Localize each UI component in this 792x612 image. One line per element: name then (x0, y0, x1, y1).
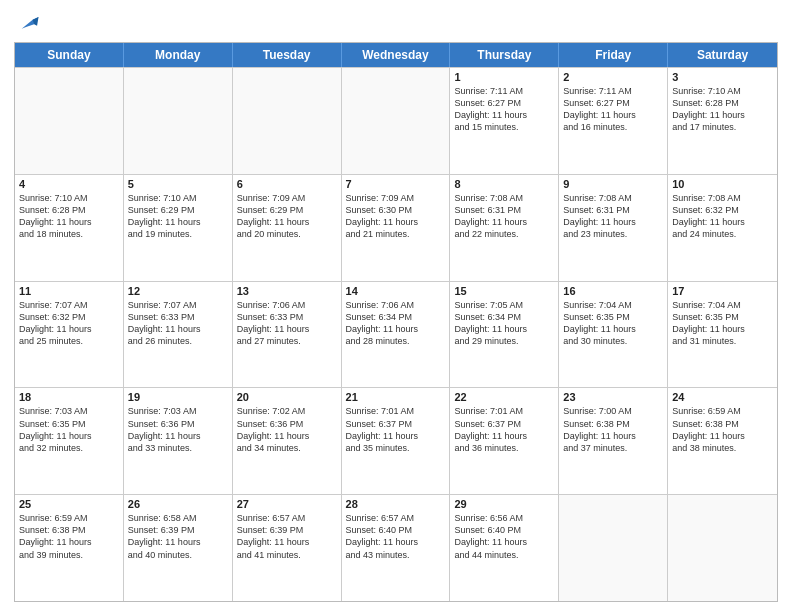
day-header-thursday: Thursday (450, 43, 559, 67)
day-number: 17 (672, 285, 773, 297)
day-number: 9 (563, 178, 663, 190)
day-info: Sunrise: 6:56 AM Sunset: 6:40 PM Dayligh… (454, 512, 554, 561)
day-info: Sunrise: 7:11 AM Sunset: 6:27 PM Dayligh… (454, 85, 554, 134)
calendar-body: 1Sunrise: 7:11 AM Sunset: 6:27 PM Daylig… (15, 67, 777, 601)
calendar-cell: 13Sunrise: 7:06 AM Sunset: 6:33 PM Dayli… (233, 282, 342, 388)
page: SundayMondayTuesdayWednesdayThursdayFrid… (0, 0, 792, 612)
calendar-cell: 19Sunrise: 7:03 AM Sunset: 6:36 PM Dayli… (124, 388, 233, 494)
day-number: 5 (128, 178, 228, 190)
day-info: Sunrise: 7:06 AM Sunset: 6:34 PM Dayligh… (346, 299, 446, 348)
day-number: 16 (563, 285, 663, 297)
calendar-cell: 28Sunrise: 6:57 AM Sunset: 6:40 PM Dayli… (342, 495, 451, 601)
day-info: Sunrise: 7:08 AM Sunset: 6:31 PM Dayligh… (454, 192, 554, 241)
day-info: Sunrise: 6:59 AM Sunset: 6:38 PM Dayligh… (19, 512, 119, 561)
day-header-monday: Monday (124, 43, 233, 67)
day-info: Sunrise: 7:10 AM Sunset: 6:29 PM Dayligh… (128, 192, 228, 241)
day-number: 11 (19, 285, 119, 297)
calendar-cell: 6Sunrise: 7:09 AM Sunset: 6:29 PM Daylig… (233, 175, 342, 281)
calendar-cell: 3Sunrise: 7:10 AM Sunset: 6:28 PM Daylig… (668, 68, 777, 174)
day-header-saturday: Saturday (668, 43, 777, 67)
day-number: 13 (237, 285, 337, 297)
day-info: Sunrise: 7:08 AM Sunset: 6:31 PM Dayligh… (563, 192, 663, 241)
day-info: Sunrise: 6:58 AM Sunset: 6:39 PM Dayligh… (128, 512, 228, 561)
day-number: 14 (346, 285, 446, 297)
day-number: 21 (346, 391, 446, 403)
day-number: 27 (237, 498, 337, 510)
calendar-week-1: 1Sunrise: 7:11 AM Sunset: 6:27 PM Daylig… (15, 67, 777, 174)
calendar-cell: 7Sunrise: 7:09 AM Sunset: 6:30 PM Daylig… (342, 175, 451, 281)
calendar-cell: 11Sunrise: 7:07 AM Sunset: 6:32 PM Dayli… (15, 282, 124, 388)
calendar-cell: 22Sunrise: 7:01 AM Sunset: 6:37 PM Dayli… (450, 388, 559, 494)
day-info: Sunrise: 7:09 AM Sunset: 6:30 PM Dayligh… (346, 192, 446, 241)
calendar-cell: 12Sunrise: 7:07 AM Sunset: 6:33 PM Dayli… (124, 282, 233, 388)
day-number: 15 (454, 285, 554, 297)
day-info: Sunrise: 7:10 AM Sunset: 6:28 PM Dayligh… (672, 85, 773, 134)
calendar-cell (124, 68, 233, 174)
day-number: 12 (128, 285, 228, 297)
calendar-cell: 5Sunrise: 7:10 AM Sunset: 6:29 PM Daylig… (124, 175, 233, 281)
calendar-cell (559, 495, 668, 601)
calendar-cell: 14Sunrise: 7:06 AM Sunset: 6:34 PM Dayli… (342, 282, 451, 388)
day-number: 8 (454, 178, 554, 190)
calendar-cell (15, 68, 124, 174)
day-info: Sunrise: 7:00 AM Sunset: 6:38 PM Dayligh… (563, 405, 663, 454)
calendar-cell: 16Sunrise: 7:04 AM Sunset: 6:35 PM Dayli… (559, 282, 668, 388)
day-header-tuesday: Tuesday (233, 43, 342, 67)
day-number: 28 (346, 498, 446, 510)
day-number: 22 (454, 391, 554, 403)
day-info: Sunrise: 7:01 AM Sunset: 6:37 PM Dayligh… (346, 405, 446, 454)
day-info: Sunrise: 7:04 AM Sunset: 6:35 PM Dayligh… (563, 299, 663, 348)
day-header-wednesday: Wednesday (342, 43, 451, 67)
calendar-cell: 29Sunrise: 6:56 AM Sunset: 6:40 PM Dayli… (450, 495, 559, 601)
day-number: 7 (346, 178, 446, 190)
day-info: Sunrise: 7:01 AM Sunset: 6:37 PM Dayligh… (454, 405, 554, 454)
day-number: 25 (19, 498, 119, 510)
day-header-friday: Friday (559, 43, 668, 67)
calendar-week-3: 11Sunrise: 7:07 AM Sunset: 6:32 PM Dayli… (15, 281, 777, 388)
calendar-week-5: 25Sunrise: 6:59 AM Sunset: 6:38 PM Dayli… (15, 494, 777, 601)
calendar-cell: 4Sunrise: 7:10 AM Sunset: 6:28 PM Daylig… (15, 175, 124, 281)
day-info: Sunrise: 6:57 AM Sunset: 6:40 PM Dayligh… (346, 512, 446, 561)
day-number: 20 (237, 391, 337, 403)
day-number: 4 (19, 178, 119, 190)
day-info: Sunrise: 7:08 AM Sunset: 6:32 PM Dayligh… (672, 192, 773, 241)
day-header-sunday: Sunday (15, 43, 124, 67)
calendar-week-4: 18Sunrise: 7:03 AM Sunset: 6:35 PM Dayli… (15, 387, 777, 494)
day-number: 18 (19, 391, 119, 403)
calendar-cell: 24Sunrise: 6:59 AM Sunset: 6:38 PM Dayli… (668, 388, 777, 494)
calendar-cell: 8Sunrise: 7:08 AM Sunset: 6:31 PM Daylig… (450, 175, 559, 281)
calendar-cell (233, 68, 342, 174)
day-number: 23 (563, 391, 663, 403)
calendar-cell: 21Sunrise: 7:01 AM Sunset: 6:37 PM Dayli… (342, 388, 451, 494)
calendar-cell: 17Sunrise: 7:04 AM Sunset: 6:35 PM Dayli… (668, 282, 777, 388)
header (14, 10, 778, 36)
calendar-week-2: 4Sunrise: 7:10 AM Sunset: 6:28 PM Daylig… (15, 174, 777, 281)
day-info: Sunrise: 7:03 AM Sunset: 6:36 PM Dayligh… (128, 405, 228, 454)
day-number: 3 (672, 71, 773, 83)
day-info: Sunrise: 7:11 AM Sunset: 6:27 PM Dayligh… (563, 85, 663, 134)
calendar-cell: 15Sunrise: 7:05 AM Sunset: 6:34 PM Dayli… (450, 282, 559, 388)
day-info: Sunrise: 7:07 AM Sunset: 6:33 PM Dayligh… (128, 299, 228, 348)
logo (14, 14, 40, 36)
day-number: 2 (563, 71, 663, 83)
calendar-cell: 27Sunrise: 6:57 AM Sunset: 6:39 PM Dayli… (233, 495, 342, 601)
day-info: Sunrise: 7:05 AM Sunset: 6:34 PM Dayligh… (454, 299, 554, 348)
day-number: 6 (237, 178, 337, 190)
calendar-cell: 25Sunrise: 6:59 AM Sunset: 6:38 PM Dayli… (15, 495, 124, 601)
day-number: 1 (454, 71, 554, 83)
calendar-cell: 10Sunrise: 7:08 AM Sunset: 6:32 PM Dayli… (668, 175, 777, 281)
day-number: 24 (672, 391, 773, 403)
day-info: Sunrise: 7:06 AM Sunset: 6:33 PM Dayligh… (237, 299, 337, 348)
calendar-cell: 20Sunrise: 7:02 AM Sunset: 6:36 PM Dayli… (233, 388, 342, 494)
day-number: 19 (128, 391, 228, 403)
calendar-cell: 2Sunrise: 7:11 AM Sunset: 6:27 PM Daylig… (559, 68, 668, 174)
calendar-cell: 1Sunrise: 7:11 AM Sunset: 6:27 PM Daylig… (450, 68, 559, 174)
day-info: Sunrise: 7:09 AM Sunset: 6:29 PM Dayligh… (237, 192, 337, 241)
calendar-cell (342, 68, 451, 174)
calendar-cell: 18Sunrise: 7:03 AM Sunset: 6:35 PM Dayli… (15, 388, 124, 494)
day-info: Sunrise: 7:02 AM Sunset: 6:36 PM Dayligh… (237, 405, 337, 454)
day-info: Sunrise: 6:57 AM Sunset: 6:39 PM Dayligh… (237, 512, 337, 561)
day-number: 29 (454, 498, 554, 510)
calendar-header: SundayMondayTuesdayWednesdayThursdayFrid… (15, 43, 777, 67)
calendar: SundayMondayTuesdayWednesdayThursdayFrid… (14, 42, 778, 602)
